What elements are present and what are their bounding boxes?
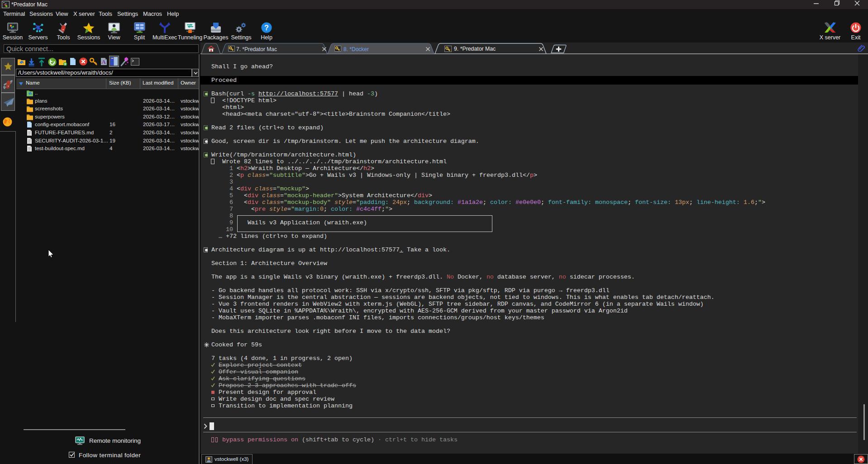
svg-text:A: A (101, 58, 106, 65)
svg-text:?: ? (264, 24, 269, 32)
